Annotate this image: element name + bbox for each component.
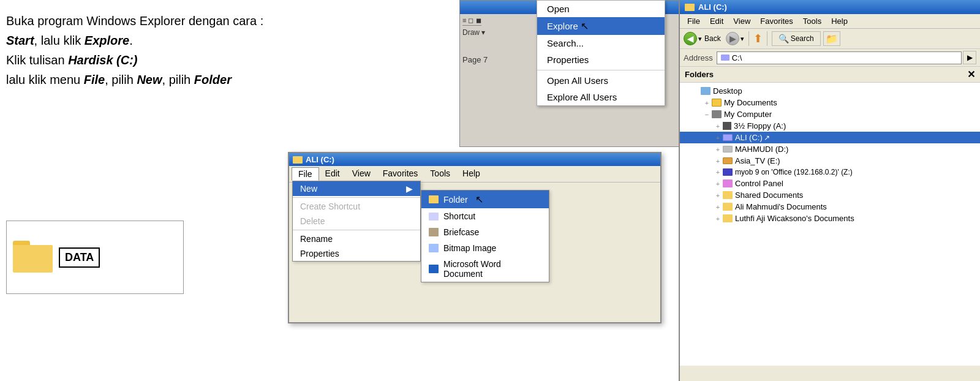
right-menu-tools[interactable]: Tools [798,15,826,27]
menu-file[interactable]: File [292,167,319,181]
sm-briefcase-label: Briefcase [443,227,479,237]
right-menu-file[interactable]: File [682,15,705,27]
sm-folder-label: Folder [443,195,468,205]
context-menu-open-all-users[interactable]: Open All Users [537,72,665,89]
mahmudi-d-expand[interactable]: + [713,146,723,153]
menu-view[interactable]: View [346,167,377,181]
mahmudi-d-icon [723,146,733,153]
my-computer-icon [712,110,722,118]
shared-docs-label: Shared Documents [735,190,803,200]
folders-label: Folders [685,70,714,79]
tree-my-documents[interactable]: + My Documents [680,97,980,108]
back-button[interactable]: ◀ [684,32,697,45]
file-text: File [84,73,105,86]
ali-docs-expand[interactable]: + [713,203,723,211]
instruction-line3: Klik tulisan Hardisk (C:) [6,50,282,70]
right-menu-help[interactable]: Help [826,15,853,27]
address-drive-icon [721,55,729,61]
menu-favorites[interactable]: Favorites [377,167,424,181]
floppy-expand[interactable]: + [713,123,723,130]
myob-expand[interactable]: + [713,168,723,176]
mahmudi-d-label: MAHMUDI (D:) [735,145,788,154]
folders-toggle-button[interactable]: 📁 [823,31,840,46]
new-text: New [137,73,162,86]
my-computer-expand[interactable]: − [702,111,712,118]
context-menu-properties[interactable]: Properties [537,51,665,68]
sm-briefcase-icon [429,228,439,236]
context-menu-open[interactable]: Open [537,1,665,17]
menu-tools[interactable]: Tools [424,167,456,181]
draw-menu-item: Draw ▾ [462,28,485,37]
sm-briefcase[interactable]: Briefcase [421,224,549,240]
folders-close-button[interactable]: ✕ [967,69,975,80]
sm-folder[interactable]: Folder ↖ [421,190,549,208]
my-docs-label: My Documents [724,98,777,107]
dd-new[interactable]: New ▶ [293,181,420,196]
tree-ali-mahmudi-docs[interactable]: + Ali Mahmudi's Documents [680,201,980,213]
cursor-in-tree: ↗ [764,134,770,142]
up-folder-button[interactable]: ⬆ [753,32,763,45]
search-button[interactable]: 🔍 Search [772,31,821,46]
right-menu-edit[interactable]: Edit [705,15,728,27]
menu-help[interactable]: Help [456,167,486,181]
my-docs-expand[interactable]: + [702,99,712,107]
menu-edit[interactable]: Edit [319,167,346,181]
tree-shared-documents[interactable]: + Shared Documents [680,189,980,201]
folder-icon-big [13,241,53,274]
sm-word[interactable]: Microsoft Word Document [421,256,549,282]
tree-myob-z[interactable]: + myob 9 on 'Office (192.168.0.2)' (Z:) [680,167,980,178]
forward-button[interactable]: ▶ [726,32,739,45]
right-menu-favorites[interactable]: Favorites [755,15,797,27]
address-value[interactable]: C:\ [717,51,962,64]
instruction-text: Buka program Windows Explorer dengan car… [0,0,288,100]
sm-bitmap[interactable]: Bitmap Image [421,240,549,256]
floppy-icon [723,122,731,130]
folder-label: DATA [65,251,94,263]
explorer-right-title-text: ALI (C:) [698,2,727,12]
right-title-folder-icon [685,4,695,11]
address-text: C:\ [732,53,742,62]
context-menu-explore-all-users[interactable]: Explore All Users [537,89,665,105]
ali-c-expand[interactable]: + [713,134,723,141]
address-go-button[interactable]: ▶ [963,51,976,64]
sm-shortcut[interactable]: Shortcut [421,208,549,224]
back-text: Back [704,34,721,43]
ali-c-icon [723,134,733,141]
folder-example-area: DATA [6,221,184,294]
sm-bitmap-icon [429,244,439,252]
my-docs-icon [712,99,722,107]
tree-luthfi-docs[interactable]: + Luthfi Aji Wicaksono's Documents [680,213,980,224]
explorer-right-title: ALI (C:) [680,0,980,14]
folder-text: Folder [194,73,232,86]
control-panel-expand[interactable]: + [713,180,723,187]
context-menu-search[interactable]: Search... [537,35,665,51]
right-menu-view[interactable]: View [728,15,755,27]
floppy-label: 3½ Floppy (A:) [734,121,786,130]
cursor2: ↖ [475,194,483,205]
context-menu-explore[interactable]: Explore ↖ [537,17,665,35]
control-panel-icon [723,179,733,187]
explorer-right-window: ALI (C:) File Edit View Favorites Tools … [679,0,980,381]
tree-floppy[interactable]: + 3½ Floppy (A:) [680,120,980,132]
ali-c-label: ALI (C:) [735,133,763,142]
folder-label-box: DATA [59,247,100,268]
my-computer-label: My Computer [724,110,772,119]
address-bar: Address C:\ ▶ [680,49,980,67]
tree-desktop[interactable]: Desktop [680,85,980,97]
tree-ali-c[interactable]: + ALI (C:) ↗ [680,132,980,143]
tree-mahmudi-d[interactable]: + MAHMUDI (D:) [680,143,980,155]
asia-tv-expand[interactable]: + [713,157,723,165]
dd-new-arrow: ▶ [406,184,413,194]
luthfi-docs-expand[interactable]: + [713,215,723,222]
tree-my-computer[interactable]: − My Computer [680,108,980,120]
asia-tv-label: Asia_TV (E:) [735,156,780,165]
tree-panel[interactable]: Desktop + My Documents − My Computer + 3… [680,83,980,366]
dd-properties[interactable]: Properties [293,246,420,261]
tree-control-panel[interactable]: + Control Panel [680,178,980,189]
tree-asia-tv-e[interactable]: + Asia_TV (E:) [680,155,980,167]
shared-docs-expand[interactable]: + [713,192,723,199]
desktop-label: Desktop [713,86,742,96]
dd-create-shortcut: Create Shortcut [293,199,420,214]
title-folder-icon [293,156,303,164]
dd-rename[interactable]: Rename [293,232,420,246]
